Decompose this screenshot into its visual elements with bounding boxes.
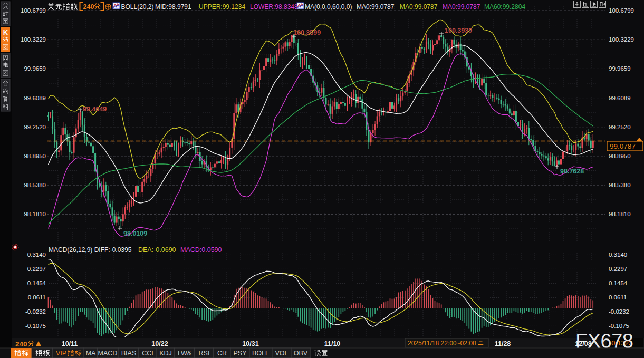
svg-text:240: 240 xyxy=(15,340,27,348)
svg-text:VIP: VIP xyxy=(56,350,66,357)
svg-text:98.7628: 98.7628 xyxy=(560,168,584,175)
svg-text:0.3140: 0.3140 xyxy=(609,251,627,258)
svg-text:CCI: CCI xyxy=(142,350,153,357)
svg-text:MACD:0.0590: MACD:0.0590 xyxy=(180,246,222,254)
svg-text:LW&: LW& xyxy=(178,350,192,357)
svg-text:98.5380: 98.5380 xyxy=(609,182,631,188)
svg-text:99.2520: 99.2520 xyxy=(609,124,631,130)
svg-text:-0.1075: -0.1075 xyxy=(25,323,46,329)
svg-text:MA: MA xyxy=(86,350,96,357)
svg-text:2025/11/18 22:00~02:00: 2025/11/18 22:00~02:00 xyxy=(408,340,476,347)
svg-text:0.1454: 0.1454 xyxy=(609,280,628,286)
svg-text:99.2520: 99.2520 xyxy=(24,124,46,130)
svg-text:UPPER:99.1234: UPPER:99.1234 xyxy=(199,3,245,11)
svg-text:11/28: 11/28 xyxy=(495,340,511,347)
svg-text:99.0787: 99.0787 xyxy=(610,142,636,150)
svg-text:98.0109: 98.0109 xyxy=(123,230,147,237)
svg-text:98.8950: 98.8950 xyxy=(24,153,46,159)
svg-text:11/10: 11/10 xyxy=(324,340,341,347)
svg-text:100.3229: 100.3229 xyxy=(609,36,634,43)
svg-text:K: K xyxy=(3,28,8,36)
svg-text:OBV: OBV xyxy=(294,350,308,357)
svg-text:-0.1075: -0.1075 xyxy=(609,323,629,329)
svg-text:98.8950: 98.8950 xyxy=(609,153,631,159)
svg-text:100.6799: 100.6799 xyxy=(21,7,46,14)
svg-text:10/22: 10/22 xyxy=(151,340,168,347)
svg-text:MA60:99.2804: MA60:99.2804 xyxy=(484,3,525,11)
svg-text:PSY: PSY xyxy=(233,350,247,357)
svg-text:99.4649: 99.4649 xyxy=(83,105,107,113)
svg-text:BOLL(20,2): BOLL(20,2) xyxy=(121,3,154,11)
svg-text:CR: CR xyxy=(217,350,227,357)
svg-text:100.6799: 100.6799 xyxy=(609,7,634,14)
svg-text:VOL: VOL xyxy=(275,350,288,357)
svg-text:-0.0232: -0.0232 xyxy=(609,308,629,315)
svg-text:0.2297: 0.2297 xyxy=(27,266,46,272)
svg-text:100.3599: 100.3599 xyxy=(293,29,321,36)
svg-text:0.2297: 0.2297 xyxy=(609,266,627,272)
svg-text:-0.0232: -0.0232 xyxy=(25,308,46,315)
svg-text:BIAS: BIAS xyxy=(121,350,137,357)
svg-text:BOLL: BOLL xyxy=(252,350,269,357)
svg-text:99.9659: 99.9659 xyxy=(609,65,631,72)
svg-text:98.1810: 98.1810 xyxy=(24,211,46,217)
svg-text:MID:98.9791: MID:98.9791 xyxy=(155,3,191,11)
svg-text:MACD: MACD xyxy=(98,350,118,357)
svg-text:LOWER:98.8348: LOWER:98.8348 xyxy=(250,3,298,11)
svg-text:99.6089: 99.6089 xyxy=(609,95,631,101)
svg-text:MA0:99.0787: MA0:99.0787 xyxy=(400,3,438,11)
svg-text:10/31: 10/31 xyxy=(242,340,258,347)
svg-text:240: 240 xyxy=(83,3,94,11)
svg-text:0.0611: 0.0611 xyxy=(28,294,46,301)
svg-text:MA0:99.0787: MA0:99.0787 xyxy=(443,3,480,11)
svg-text:98.1810: 98.1810 xyxy=(609,211,631,217)
svg-text:MA0:99.0787: MA0:99.0787 xyxy=(357,3,395,11)
svg-text:99.9659: 99.9659 xyxy=(24,65,46,72)
svg-text:RSI: RSI xyxy=(199,350,210,357)
svg-text:MACD(26,12,9) DIFF:-0.0395: MACD(26,12,9) DIFF:-0.0395 xyxy=(49,246,132,254)
svg-text:0.1454: 0.1454 xyxy=(27,280,46,286)
svg-text:0.3140: 0.3140 xyxy=(27,251,46,258)
svg-text:0.0611: 0.0611 xyxy=(609,294,627,301)
svg-text:99.6089: 99.6089 xyxy=(24,95,46,101)
svg-text:100.3939: 100.3939 xyxy=(445,27,472,34)
svg-text:KDJ: KDJ xyxy=(159,350,172,357)
svg-text:DEA:-0.0690: DEA:-0.0690 xyxy=(138,246,176,254)
svg-text:100.3229: 100.3229 xyxy=(21,36,46,43)
svg-text:MA(0,0,0,60,0,0): MA(0,0,0,60,0,0) xyxy=(305,3,352,11)
svg-text:10/11: 10/11 xyxy=(62,340,78,347)
svg-text:98.5380: 98.5380 xyxy=(24,182,46,188)
